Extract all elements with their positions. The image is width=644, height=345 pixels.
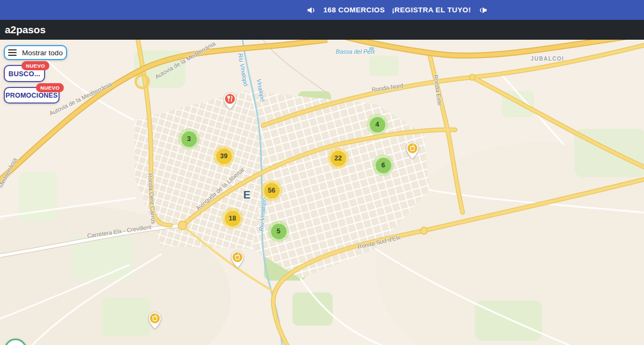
cluster-count: 3 bbox=[181, 131, 197, 147]
drink-pin[interactable] bbox=[231, 251, 244, 268]
cluster-marker[interactable]: 18 bbox=[222, 208, 243, 229]
cluster-count: 39 bbox=[216, 149, 232, 164]
drink-pin[interactable] bbox=[406, 142, 419, 159]
brand-logo[interactable]: a2pasos bbox=[5, 24, 46, 36]
nuevo-badge: NUEVO bbox=[36, 83, 64, 92]
hamburger-icon bbox=[8, 49, 17, 56]
banner-register-link[interactable]: ¡REGISTRA EL TUYO! bbox=[392, 6, 471, 14]
cluster-marker[interactable]: 5 bbox=[268, 221, 289, 242]
banner-content: 168 COMERCIOS ¡REGISTRA EL TUYO! bbox=[306, 5, 487, 15]
navbar: a2pasos bbox=[0, 20, 644, 40]
busco-button[interactable]: BUSCO... NUEVO bbox=[4, 65, 45, 82]
show-all-label: Mostrar todo bbox=[22, 49, 63, 57]
cluster-marker[interactable]: 6 bbox=[372, 155, 394, 176]
cluster-count: 5 bbox=[271, 224, 287, 239]
megaphone-icon bbox=[306, 5, 316, 15]
promociones-button[interactable]: PROMOCIONES NUEVO bbox=[4, 87, 60, 104]
cluster-count: 22 bbox=[331, 151, 346, 166]
cluster-marker[interactable]: 22 bbox=[327, 148, 349, 169]
promociones-label: PROMOCIONES bbox=[5, 92, 57, 99]
cluster-marker[interactable]: 4 bbox=[367, 114, 388, 135]
cluster-count: 6 bbox=[376, 158, 391, 173]
busco-label: BUSCO... bbox=[9, 70, 40, 78]
drink-pin[interactable] bbox=[148, 312, 162, 329]
megaphone-icon bbox=[478, 5, 488, 15]
banner-commerce-count: 168 COMERCIOS bbox=[323, 6, 385, 14]
restaurant-pin[interactable] bbox=[223, 92, 237, 110]
cluster-marker[interactable]: 56 bbox=[261, 180, 282, 201]
cluster-marker[interactable]: 39 bbox=[213, 145, 235, 167]
cluster-count: 56 bbox=[264, 183, 280, 199]
map-canvas[interactable]: Autovia de la MediterràniaAutovia de la … bbox=[0, 40, 644, 345]
cluster-count: 18 bbox=[225, 211, 240, 226]
page: 168 COMERCIOS ¡REGISTRA EL TUYO! a2pasos bbox=[0, 0, 644, 345]
top-banner: 168 COMERCIOS ¡REGISTRA EL TUYO! bbox=[0, 0, 644, 20]
cluster-marker[interactable]: 3 bbox=[178, 128, 200, 150]
show-all-button[interactable]: Mostrar todo bbox=[4, 45, 67, 60]
cluster-count: 4 bbox=[370, 117, 385, 133]
nuevo-badge: NUEVO bbox=[21, 61, 49, 70]
basemap bbox=[0, 40, 644, 345]
